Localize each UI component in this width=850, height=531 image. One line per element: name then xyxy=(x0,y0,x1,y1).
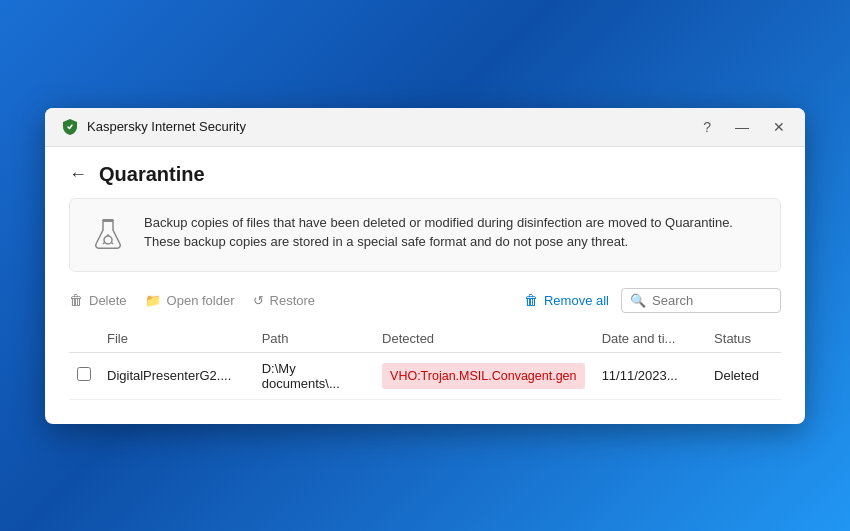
svg-point-1 xyxy=(104,236,112,244)
window-title: Kaspersky Internet Security xyxy=(87,119,699,134)
window-controls: ? — ✕ xyxy=(699,118,789,136)
col-file-header: File xyxy=(99,325,254,353)
row-detected: VHO:Trojan.MSIL.Convagent.gen xyxy=(374,352,594,399)
back-button[interactable]: ← xyxy=(69,165,87,183)
svg-line-4 xyxy=(112,242,114,244)
table-body: DigitalPresenterG2.... D:\My documents\.… xyxy=(69,352,781,399)
search-box[interactable]: 🔍 xyxy=(621,288,781,313)
page-title: Quarantine xyxy=(99,163,205,186)
row-checkbox[interactable] xyxy=(77,367,91,381)
quarantine-table: File Path Detected Date and ti... Status xyxy=(69,325,781,400)
folder-icon: 📁 xyxy=(145,293,161,308)
row-status: Deleted xyxy=(706,352,781,399)
kaspersky-window: Kaspersky Internet Security ? — ✕ ← Quar… xyxy=(45,108,805,424)
help-button[interactable]: ? xyxy=(699,118,715,136)
restore-button[interactable]: ↺ Restore xyxy=(253,289,326,312)
close-button[interactable]: ✕ xyxy=(769,118,789,136)
col-path-header: Path xyxy=(254,325,374,353)
table-row: DigitalPresenterG2.... D:\My documents\.… xyxy=(69,352,781,399)
row-file: DigitalPresenterG2.... xyxy=(99,352,254,399)
col-detected-header: Detected xyxy=(374,325,594,353)
app-icon xyxy=(61,118,79,136)
toolbar: 🗑 Delete 📁 Open folder ↺ Restore 🗑 Remov… xyxy=(69,288,781,313)
row-checkbox-cell[interactable] xyxy=(69,352,99,399)
detected-badge: VHO:Trojan.MSIL.Convagent.gen xyxy=(382,363,584,389)
info-text: Backup copies of files that have been de… xyxy=(144,213,764,252)
col-date-header: Date and ti... xyxy=(594,325,706,353)
table-header: File Path Detected Date and ti... Status xyxy=(69,325,781,353)
restore-label: Restore xyxy=(270,293,316,308)
search-icon: 🔍 xyxy=(630,293,646,308)
quarantine-icon xyxy=(86,213,130,257)
delete-label: Delete xyxy=(89,293,127,308)
col-status-header: Status xyxy=(706,325,781,353)
delete-button[interactable]: 🗑 Delete xyxy=(69,288,137,312)
remove-all-label: Remove all xyxy=(544,293,609,308)
open-folder-button[interactable]: 📁 Open folder xyxy=(145,289,245,312)
restore-icon: ↺ xyxy=(253,293,264,308)
minimize-button[interactable]: — xyxy=(731,118,753,136)
nav-row: ← Quarantine xyxy=(69,163,781,186)
remove-all-button[interactable]: 🗑 Remove all xyxy=(512,288,621,312)
open-folder-label: Open folder xyxy=(167,293,235,308)
svg-line-3 xyxy=(103,242,105,244)
svg-rect-0 xyxy=(102,219,114,222)
remove-all-icon: 🗑 xyxy=(524,292,538,308)
col-checkbox xyxy=(69,325,99,353)
row-date: 11/11/2023... xyxy=(594,352,706,399)
info-box: Backup copies of files that have been de… xyxy=(69,198,781,272)
row-path: D:\My documents\... xyxy=(254,352,374,399)
title-bar: Kaspersky Internet Security ? — ✕ xyxy=(45,108,805,147)
search-input[interactable] xyxy=(652,293,772,308)
delete-icon: 🗑 xyxy=(69,292,83,308)
content-area: ← Quarantine Backup copies of files that… xyxy=(45,147,805,424)
